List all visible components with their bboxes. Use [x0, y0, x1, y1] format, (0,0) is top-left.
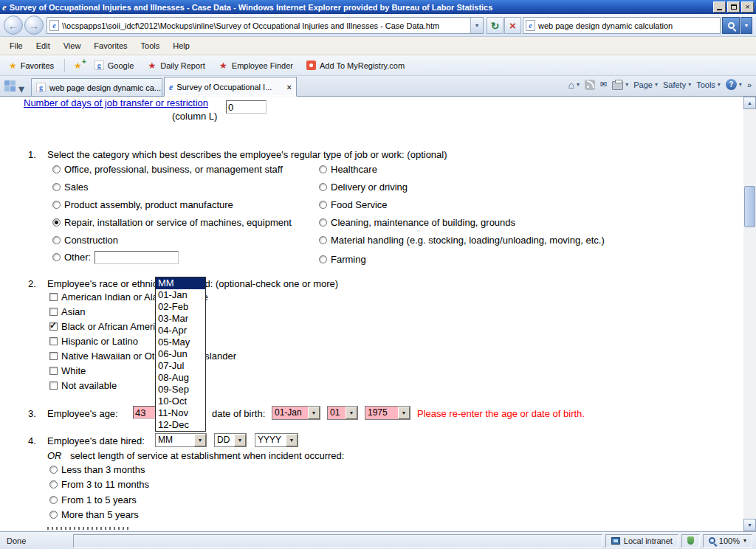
add-favorite-button[interactable]: + — [71, 59, 85, 72]
checkbox-icon[interactable] — [49, 337, 58, 345]
dropdown-option[interactable]: 05-May — [156, 336, 205, 348]
q2-option[interactable]: Asian — [49, 305, 86, 318]
dropdown-option[interactable]: 07-Jul — [156, 360, 205, 372]
days-transfer-input[interactable] — [226, 100, 267, 114]
q1-option[interactable]: Repair, installation or service of machi… — [52, 216, 292, 229]
q2-option[interactable]: Hispanic or Latino — [49, 335, 138, 348]
search-box[interactable]: e web page design dynamic calculation — [523, 17, 721, 34]
q1-option[interactable]: Delivery or driving — [319, 181, 408, 193]
minimize-button[interactable] — [713, 1, 726, 13]
read-mail-button[interactable] — [600, 80, 607, 89]
tab-list-button[interactable] — [18, 82, 24, 96]
dob-month-select[interactable]: 01-Jan — [272, 406, 320, 420]
toolbar-overflow-button[interactable] — [747, 80, 752, 89]
close-tab-button[interactable] — [287, 83, 292, 92]
favorite-myregistry[interactable]: Add To MyRegistry.com — [303, 58, 408, 72]
dob-day-select[interactable]: 01 — [327, 406, 358, 420]
q1-option[interactable]: Healthcare — [319, 163, 377, 176]
help-button[interactable] — [726, 79, 742, 90]
q1-option[interactable]: Construction — [52, 234, 118, 246]
scroll-down-button[interactable] — [743, 519, 756, 531]
page-menu-button[interactable]: Page — [633, 80, 658, 89]
radio-icon[interactable] — [319, 218, 327, 227]
search-options-button[interactable] — [740, 17, 752, 34]
menu-edit[interactable]: Edit — [30, 38, 57, 53]
radio-icon[interactable] — [52, 165, 61, 173]
maximize-button[interactable] — [727, 1, 740, 13]
job-transfer-link[interactable]: Number of days of job transfer or restri… — [24, 97, 208, 108]
refresh-button[interactable] — [487, 17, 504, 34]
q2-option[interactable]: Black or African American — [49, 320, 171, 333]
radio-icon[interactable] — [319, 236, 327, 244]
hired-day-select[interactable]: DD — [214, 433, 247, 447]
hired-month-select[interactable]: MM — [155, 433, 207, 447]
scroll-up-button[interactable] — [743, 97, 756, 109]
favorite-employee-finder[interactable]: Employee Finder — [215, 58, 297, 72]
q2-option[interactable]: Not available — [49, 379, 117, 392]
q1-option[interactable]: Material handling (e.g. stocking, loadin… — [319, 234, 605, 246]
feeds-button[interactable] — [585, 80, 595, 90]
q4-option[interactable]: From 3 to 11 months — [49, 478, 149, 491]
quick-tabs-button[interactable] — [4, 80, 16, 92]
q4-option[interactable]: From 1 to 5 years — [49, 494, 137, 506]
search-button[interactable] — [722, 17, 740, 34]
menu-file[interactable]: File — [3, 38, 30, 53]
radio-icon[interactable] — [49, 466, 58, 474]
back-button[interactable] — [4, 15, 23, 35]
radio-icon[interactable] — [52, 253, 61, 261]
dropdown-option[interactable]: 12-Dec — [156, 419, 205, 431]
dropdown-option[interactable]: 04-Apr — [156, 325, 205, 336]
tools-menu-button[interactable]: Tools — [696, 80, 721, 89]
radio-icon[interactable] — [52, 201, 61, 209]
dropdown-option[interactable]: 01-Jan — [156, 289, 205, 301]
favorite-google[interactable]: Google — [91, 58, 137, 72]
tab-inactive[interactable]: web page design dynamic ca... — [31, 78, 162, 96]
menu-tools[interactable]: Tools — [134, 38, 167, 53]
hired-year-select[interactable]: YYYY — [255, 433, 298, 447]
checkbox-icon[interactable] — [49, 367, 58, 375]
dropdown-option[interactable]: 06-Jun — [156, 348, 205, 360]
chevron-down-icon[interactable] — [234, 434, 246, 446]
checkbox-icon[interactable] — [49, 322, 58, 331]
address-dropdown-button[interactable] — [470, 18, 483, 33]
q1-option[interactable]: Farming — [319, 253, 366, 266]
checkbox-icon[interactable] — [49, 381, 58, 390]
dropdown-option[interactable]: 10-Oct — [156, 396, 205, 407]
month-dropdown-list[interactable]: MM 01-Jan 02-Feb 03-Mar 04-Apr 05-May 06… — [155, 277, 206, 432]
q1-option-other[interactable]: Other: — [52, 251, 179, 263]
radio-icon[interactable] — [52, 218, 61, 227]
dropdown-option[interactable]: 03-Mar — [156, 313, 205, 325]
favorite-daily-report[interactable]: Daily Report — [143, 58, 209, 72]
address-url[interactable]: \\ocspapps1\soii_idcf\2012\Mockups\inlin… — [62, 21, 467, 30]
dropdown-option-selected[interactable]: MM — [156, 277, 205, 289]
tab-active[interactable]: e Survey of Occupational I... — [164, 77, 297, 97]
forward-button[interactable] — [24, 15, 44, 35]
scrollbar-thumb[interactable] — [744, 186, 755, 227]
checkbox-icon[interactable] — [49, 308, 58, 316]
stop-button[interactable] — [504, 17, 521, 34]
q1-option[interactable]: Product assembly, product manufacture — [52, 198, 233, 211]
search-input[interactable]: web page design dynamic calculation — [538, 21, 673, 30]
checkbox-icon[interactable] — [49, 293, 58, 301]
q1-option[interactable]: Office, professional, business, or manag… — [52, 163, 283, 176]
dob-year-select[interactable]: 1975 — [365, 406, 410, 420]
favorites-button[interactable]: Favorites — [4, 58, 58, 73]
print-button[interactable] — [612, 80, 628, 90]
radio-icon[interactable] — [49, 511, 58, 519]
dropdown-option[interactable]: 11-Nov — [156, 407, 205, 419]
radio-icon[interactable] — [52, 236, 61, 244]
zoom-control[interactable]: 100% — [703, 534, 752, 548]
radio-icon[interactable] — [319, 165, 327, 173]
radio-icon[interactable] — [319, 255, 327, 263]
chevron-down-icon[interactable] — [286, 434, 298, 446]
q4-option[interactable]: More than 5 years — [49, 508, 139, 521]
chevron-down-icon[interactable] — [194, 434, 206, 446]
safety-menu-button[interactable]: Safety — [663, 80, 691, 89]
q4-option[interactable]: Less than 3 months — [49, 463, 145, 476]
radio-icon[interactable] — [49, 480, 58, 488]
home-button[interactable] — [568, 80, 580, 89]
address-bar[interactable]: e \\ocspapps1\soii_idcf\2012\Mockups\inl… — [47, 17, 484, 34]
radio-icon[interactable] — [49, 496, 58, 504]
menu-favorites[interactable]: Favorites — [87, 38, 134, 53]
radio-icon[interactable] — [319, 183, 327, 191]
